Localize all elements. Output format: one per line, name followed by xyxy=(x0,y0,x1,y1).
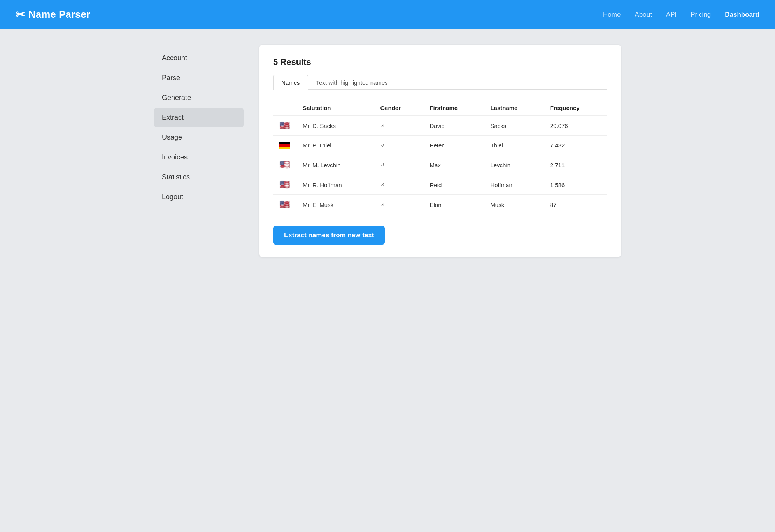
firstname-cell: Max xyxy=(423,155,484,175)
gender-cell: ♂ xyxy=(374,175,423,195)
firstname-cell: Reid xyxy=(423,175,484,195)
lastname-cell: Thiel xyxy=(484,136,544,155)
col-lastname: Lastname xyxy=(484,101,544,116)
sidebar-item-extract[interactable]: Extract xyxy=(154,108,244,127)
frequency-cell: 1.586 xyxy=(544,175,607,195)
nav-api[interactable]: API xyxy=(666,11,677,19)
lastname-cell: Sacks xyxy=(484,116,544,136)
col-flag xyxy=(273,101,296,116)
extract-button[interactable]: Extract names from new text xyxy=(273,226,385,245)
sidebar-item-usage[interactable]: Usage xyxy=(154,128,244,147)
sidebar-item-logout[interactable]: Logout xyxy=(154,187,244,206)
frequency-cell: 7.432 xyxy=(544,136,607,155)
sidebar-item-parse[interactable]: Parse xyxy=(154,68,244,88)
svg-rect-0 xyxy=(279,142,290,144)
frequency-cell: 2.711 xyxy=(544,155,607,175)
flag-us-icon: 🇺🇸 xyxy=(279,121,290,130)
scissors-icon: ✂ xyxy=(16,8,25,21)
salutation-cell: Mr. D. Sacks xyxy=(296,116,374,136)
sidebar-item-invoices[interactable]: Invoices xyxy=(154,148,244,167)
salutation-cell: Mr. P. Thiel xyxy=(296,136,374,155)
table-row: 🇺🇸Mr. E. Musk♂ElonMusk87 xyxy=(273,195,607,215)
flag-cell: 🇺🇸 xyxy=(273,155,296,175)
col-salutation: Salutation xyxy=(296,101,374,116)
table-row: Mr. P. Thiel♂PeterThiel7.432 xyxy=(273,136,607,155)
svg-rect-2 xyxy=(279,147,290,149)
logo: ✂ Name Parser xyxy=(16,8,90,21)
tab-names[interactable]: Names xyxy=(273,75,308,90)
nav-about[interactable]: About xyxy=(635,11,652,19)
nav-dashboard[interactable]: Dashboard xyxy=(725,11,759,19)
sidebar-item-account[interactable]: Account xyxy=(154,49,244,68)
table-row: 🇺🇸Mr. R. Hoffman♂ReidHoffman1.586 xyxy=(273,175,607,195)
header: ✂ Name Parser Home About API Pricing Das… xyxy=(0,0,775,29)
lastname-cell: Hoffman xyxy=(484,175,544,195)
nav-home[interactable]: Home xyxy=(603,11,621,19)
sidebar: Account Parse Generate Extract Usage Inv… xyxy=(154,45,244,257)
salutation-cell: Mr. E. Musk xyxy=(296,195,374,215)
flag-cell xyxy=(273,136,296,155)
page-body: Account Parse Generate Extract Usage Inv… xyxy=(135,29,640,273)
salutation-cell: Mr. M. Levchin xyxy=(296,155,374,175)
salutation-cell: Mr. R. Hoffman xyxy=(296,175,374,195)
flag-us-icon: 🇺🇸 xyxy=(279,200,290,209)
firstname-cell: David xyxy=(423,116,484,136)
frequency-cell: 29.076 xyxy=(544,116,607,136)
tab-highlighted[interactable]: Text with highlighted names xyxy=(308,75,396,90)
logo-text: Name Parser xyxy=(28,9,90,21)
flag-cell: 🇺🇸 xyxy=(273,195,296,215)
flag-us-icon: 🇺🇸 xyxy=(279,180,290,189)
results-table: Salutation Gender Firstname Lastname Fre… xyxy=(273,101,607,214)
results-title: 5 Results xyxy=(273,57,607,67)
table-row: 🇺🇸Mr. D. Sacks♂DavidSacks29.076 xyxy=(273,116,607,136)
frequency-cell: 87 xyxy=(544,195,607,215)
sidebar-item-generate[interactable]: Generate xyxy=(154,88,244,107)
lastname-cell: Musk xyxy=(484,195,544,215)
col-firstname: Firstname xyxy=(423,101,484,116)
main-content: 5 Results Names Text with highlighted na… xyxy=(259,45,621,257)
firstname-cell: Elon xyxy=(423,195,484,215)
table-row: 🇺🇸Mr. M. Levchin♂MaxLevchin2.711 xyxy=(273,155,607,175)
flag-cell: 🇺🇸 xyxy=(273,175,296,195)
gender-cell: ♂ xyxy=(374,155,423,175)
gender-cell: ♂ xyxy=(374,195,423,215)
flag-cell: 🇺🇸 xyxy=(273,116,296,136)
gender-cell: ♂ xyxy=(374,136,423,155)
header-nav: Home About API Pricing Dashboard xyxy=(603,11,759,19)
flag-us-icon: 🇺🇸 xyxy=(279,160,290,170)
gender-cell: ♂ xyxy=(374,116,423,136)
firstname-cell: Peter xyxy=(423,136,484,155)
col-gender: Gender xyxy=(374,101,423,116)
sidebar-item-statistics[interactable]: Statistics xyxy=(154,168,244,187)
flag-de-icon xyxy=(279,142,290,149)
lastname-cell: Levchin xyxy=(484,155,544,175)
col-frequency: Frequency xyxy=(544,101,607,116)
svg-rect-1 xyxy=(279,144,290,147)
nav-pricing[interactable]: Pricing xyxy=(691,11,711,19)
tabs: Names Text with highlighted names xyxy=(273,75,607,90)
